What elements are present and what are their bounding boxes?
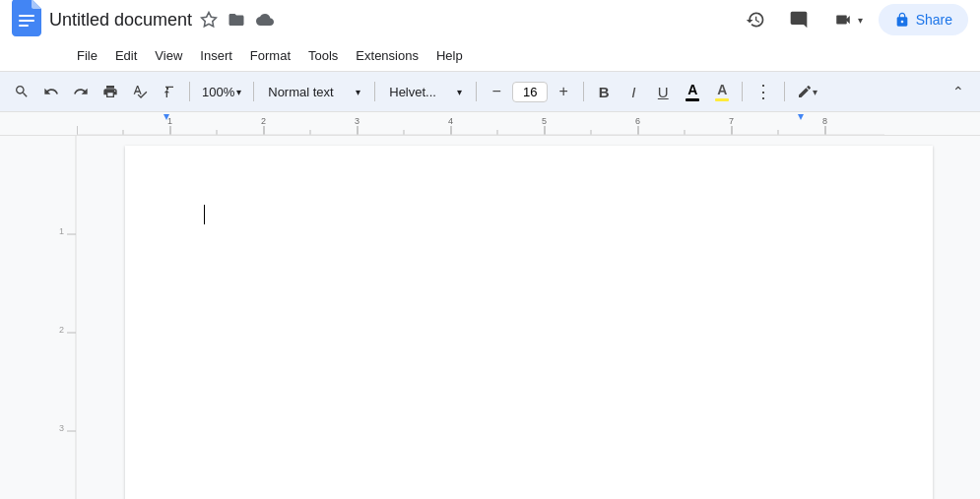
meet-chevron: ▾: [858, 15, 863, 26]
svg-text:2: 2: [261, 116, 266, 126]
text-color-button[interactable]: A: [679, 78, 706, 105]
svg-text:5: 5: [542, 116, 547, 126]
text-cursor: [204, 205, 206, 224]
share-button[interactable]: Share: [879, 4, 968, 35]
share-label: Share: [916, 12, 952, 28]
undo-button[interactable]: [37, 78, 65, 105]
meet-button[interactable]: ▾: [824, 7, 871, 32]
bold-icon: B: [599, 84, 610, 100]
ruler: 1 2 3 4 5 6 7 8: [0, 112, 980, 136]
font-size-input[interactable]: [512, 82, 548, 102]
print-button[interactable]: [97, 78, 124, 105]
style-chevron: ▾: [356, 87, 360, 97]
more-options-button[interactable]: ⋮: [749, 78, 778, 105]
plus-icon: +: [559, 83, 568, 100]
collapse-icon: ⌃: [952, 84, 964, 99]
separator-1: [189, 82, 190, 101]
menu-extensions[interactable]: Extensions: [348, 44, 426, 67]
separator-5: [583, 82, 584, 101]
svg-marker-30: [798, 114, 804, 120]
spell-check-button[interactable]: [126, 78, 154, 105]
svg-text:2: 2: [59, 325, 64, 335]
search-icon: [14, 84, 30, 99]
cloud-status-button[interactable]: [253, 9, 277, 31]
folder-icon: [228, 11, 245, 29]
toolbar: 100% ▾ Normal text ▾ Helvet... ▾ − + B I…: [0, 71, 980, 112]
italic-button[interactable]: I: [620, 78, 647, 105]
title-section: Untitled document: [49, 9, 393, 31]
zoom-selector[interactable]: 100% ▾: [196, 83, 247, 101]
comment-icon: [789, 10, 809, 30]
document-title[interactable]: Untitled document: [49, 10, 192, 31]
print-icon: [102, 84, 118, 99]
menu-file[interactable]: File: [69, 44, 105, 67]
menu-tools[interactable]: Tools: [300, 44, 346, 67]
star-button[interactable]: [198, 9, 220, 31]
svg-text:1: 1: [167, 116, 172, 126]
separator-6: [742, 82, 743, 101]
left-ruler-svg: 1 2 3: [0, 136, 77, 499]
more-icon: ⋮: [754, 81, 772, 102]
paragraph-style-value: Normal text: [268, 85, 333, 99]
highlight-color-bar: [715, 98, 729, 101]
underline-icon: U: [658, 84, 669, 100]
svg-text:3: 3: [355, 116, 359, 126]
header-right: ▾ Share: [738, 2, 968, 37]
font-selector[interactable]: Helvet... ▾: [381, 83, 470, 101]
svg-rect-2: [19, 25, 29, 27]
video-icon: [832, 11, 854, 29]
zoom-value: 100%: [202, 85, 234, 99]
edit-mode-button[interactable]: ▾: [791, 78, 823, 105]
svg-rect-0: [19, 15, 34, 17]
svg-text:1: 1: [59, 226, 64, 236]
paint-format-button[interactable]: [156, 78, 183, 105]
underline-button[interactable]: U: [649, 78, 677, 105]
star-icon: [200, 11, 218, 29]
app-icon: [12, 0, 41, 40]
left-margin-ruler: 1 2 3: [0, 136, 77, 499]
highlight-color-button[interactable]: A: [708, 78, 736, 105]
undo-icon: [43, 84, 59, 99]
redo-button[interactable]: [67, 78, 95, 105]
italic-icon: I: [631, 84, 635, 100]
svg-marker-3: [202, 13, 217, 27]
menu-format[interactable]: Format: [242, 44, 298, 67]
menu-bar: File Edit View Insert Format Tools Exten…: [0, 39, 980, 71]
svg-rect-1: [19, 20, 34, 22]
document-area: 1 2 3: [0, 136, 980, 499]
bold-button[interactable]: B: [590, 78, 618, 105]
cloud-icon: [255, 11, 275, 29]
svg-text:6: 6: [635, 116, 640, 126]
separator-4: [476, 82, 477, 101]
history-button[interactable]: [738, 2, 773, 37]
font-size-decrease-button[interactable]: −: [483, 78, 510, 105]
menu-insert[interactable]: Insert: [192, 44, 240, 67]
menu-help[interactable]: Help: [428, 44, 471, 67]
title-bar: Untitled document: [0, 0, 980, 39]
svg-text:4: 4: [448, 116, 453, 126]
paint-format-icon: [162, 84, 177, 99]
paragraph-style-selector[interactable]: Normal text ▾: [260, 83, 368, 101]
lock-icon: [894, 12, 910, 28]
font-size-increase-button[interactable]: +: [550, 78, 577, 105]
minus-icon: −: [492, 83, 501, 100]
pencil-icon: [797, 84, 813, 99]
menu-edit[interactable]: Edit: [107, 44, 145, 67]
menu-view[interactable]: View: [147, 44, 190, 67]
highlight-icon: A: [717, 82, 727, 97]
ruler-svg: 1 2 3 4 5 6 7 8: [77, 112, 884, 136]
comments-button[interactable]: [781, 2, 817, 37]
history-icon: [746, 10, 765, 30]
text-color-bar: [686, 98, 699, 101]
page-wrapper: [77, 136, 980, 499]
font-chevron: ▾: [457, 87, 462, 97]
separator-2: [253, 82, 254, 101]
svg-text:8: 8: [822, 116, 827, 126]
search-button[interactable]: [8, 78, 35, 105]
move-to-folder-button[interactable]: [226, 9, 247, 31]
text-color-icon: A: [687, 82, 697, 97]
svg-text:3: 3: [59, 423, 64, 433]
font-value: Helvet...: [389, 85, 436, 99]
collapse-toolbar-button[interactable]: ⌃: [945, 78, 972, 105]
document-page[interactable]: [125, 146, 933, 499]
